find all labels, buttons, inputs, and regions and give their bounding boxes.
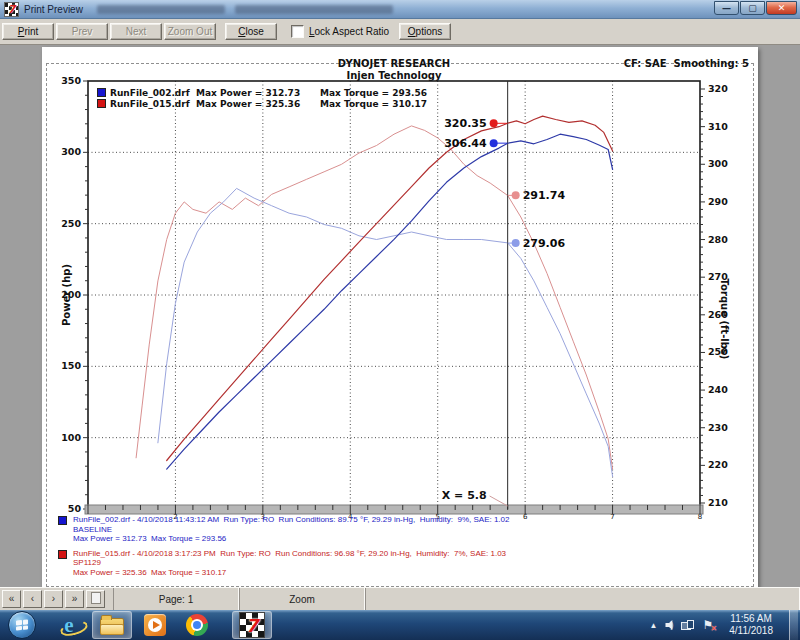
svg-text:7: 7 xyxy=(610,513,614,521)
clock-date: 4/11/2018 xyxy=(729,625,773,637)
window-title: Print Preview xyxy=(24,4,83,15)
taskbar-item-internet-explorer[interactable]: e xyxy=(50,612,88,638)
svg-text:250: 250 xyxy=(61,218,81,229)
legend-color-swatch xyxy=(97,88,106,97)
svg-text:320: 320 xyxy=(708,83,728,94)
folder-icon xyxy=(100,618,124,635)
internet-explorer-icon: e xyxy=(64,614,73,636)
zoom-out-button[interactable]: Zoom Out xyxy=(164,23,216,40)
annotation-color-swatch xyxy=(58,550,67,559)
network-icon[interactable] xyxy=(681,620,694,630)
taskbar: e 7 ▲ ) ⚑✕ 11:56 AM 4/11/2018 xyxy=(0,610,800,640)
annotation-line2: BASELINE xyxy=(73,525,509,535)
legend-color-swatch xyxy=(97,99,106,108)
svg-text:290: 290 xyxy=(708,196,728,207)
annotation-line3: Max Power = 312.73 Max Torque = 293.56 xyxy=(73,534,509,544)
svg-text:350: 350 xyxy=(61,75,81,86)
svg-text:230: 230 xyxy=(708,422,728,433)
titlebar: 7 Print Preview — ▢ ✕ xyxy=(0,0,800,19)
legend-max-power: Max Power = 325.36 xyxy=(196,99,320,109)
nav-next-button[interactable]: › xyxy=(44,590,63,608)
svg-text:279.06: 279.06 xyxy=(523,237,566,250)
taskbar-item-media-player[interactable] xyxy=(136,612,174,638)
svg-text:240: 240 xyxy=(708,384,728,395)
preview-page: DYNOJET RESEARCH Injen Technology CF: SA… xyxy=(42,47,758,587)
page-setup-button[interactable] xyxy=(86,590,105,608)
legend-file: RunFile_015.drf xyxy=(110,99,196,109)
annotation-row: RunFile_015.drf - 4/10/2018 3:17:23 PM R… xyxy=(58,549,509,578)
action-center-icon[interactable]: ⚑✕ xyxy=(702,619,713,631)
svg-text:280: 280 xyxy=(708,234,728,245)
windows-flag-icon xyxy=(16,619,28,630)
volume-icon[interactable]: ) xyxy=(665,620,673,631)
statusbar-page: Page: 1 xyxy=(113,588,239,610)
svg-text:320.35: 320.35 xyxy=(444,117,486,130)
clock-time: 11:56 AM xyxy=(729,613,773,625)
prev-button[interactable]: Prev xyxy=(56,23,108,40)
legend-max-power: Max Power = 312.73 xyxy=(196,88,320,98)
run-annotations: RunFile_002.drf - 4/10/2018 11:43:12 AM … xyxy=(58,515,509,582)
svg-text:50: 50 xyxy=(68,503,82,514)
statusbar-filler xyxy=(365,588,800,610)
svg-text:306.44: 306.44 xyxy=(444,137,487,150)
svg-text:6: 6 xyxy=(523,513,528,521)
lock-aspect-ratio-checkbox[interactable]: Lock Aspect Ratio xyxy=(291,25,389,38)
screen: 7 Print Preview — ▢ ✕ Print Prev Next Zo… xyxy=(0,0,800,640)
options-button[interactable]: Options xyxy=(399,23,451,40)
svg-text:310: 310 xyxy=(708,121,728,132)
maximize-button[interactable]: ▢ xyxy=(740,1,765,15)
nav-prev-button[interactable]: ‹ xyxy=(23,590,42,608)
statusbar: « ‹ › » Page: 1 Zoom xyxy=(0,587,800,610)
winpep7-icon: 7 xyxy=(239,612,265,638)
power-axis-title: Power (hp) xyxy=(61,264,72,326)
annotation-line2: SP1129 xyxy=(73,558,506,568)
taskbar-item-windows-explorer[interactable] xyxy=(92,611,132,639)
taskbar-item-chrome[interactable] xyxy=(178,612,216,638)
legend-max-torque: Max Torque = 293.56 xyxy=(320,88,427,98)
legend-row: RunFile_002.drf Max Power = 312.73 Max T… xyxy=(97,87,427,98)
annotation-line1: RunFile_015.drf - 4/10/2018 3:17:23 PM R… xyxy=(73,549,506,559)
svg-text:300: 300 xyxy=(708,158,728,169)
chart-legend: RunFile_002.drf Max Power = 312.73 Max T… xyxy=(97,87,427,109)
show-desktop-button[interactable] xyxy=(789,610,798,640)
hidden-icons-button[interactable]: ▲ xyxy=(650,621,658,630)
nav-last-button[interactable]: » xyxy=(65,590,84,608)
toolbar: Print Prev Next Zoom Out Close Lock Aspe… xyxy=(0,19,800,45)
legend-file: RunFile_002.drf xyxy=(110,88,196,98)
app-icon: 7 xyxy=(4,2,19,17)
svg-text:210: 210 xyxy=(708,497,728,508)
svg-text:150: 150 xyxy=(61,360,81,371)
legend-max-torque: Max Torque = 310.17 xyxy=(320,99,427,109)
annotation-color-swatch xyxy=(58,516,67,525)
checkbox-box[interactable] xyxy=(291,25,304,38)
close-preview-button[interactable]: Close xyxy=(225,23,277,40)
start-button[interactable] xyxy=(8,611,36,639)
nav-first-button[interactable]: « xyxy=(2,590,21,608)
preview-area: DYNOJET RESEARCH Injen Technology CF: SA… xyxy=(0,45,800,587)
svg-text:100: 100 xyxy=(61,432,81,443)
svg-text:300: 300 xyxy=(61,146,81,157)
blurred-document-title xyxy=(97,5,225,14)
action-center-alert: ✕ xyxy=(711,624,718,633)
annotation-line3: Max Power = 325.36 Max Torque = 310.17 xyxy=(73,568,506,578)
legend-row: RunFile_015.drf Max Power = 325.36 Max T… xyxy=(97,98,427,109)
media-player-icon xyxy=(144,614,166,636)
print-preview-window: 7 Print Preview — ▢ ✕ Print Prev Next Zo… xyxy=(0,0,800,610)
statusbar-zoom: Zoom xyxy=(239,588,365,610)
page-icon xyxy=(91,592,101,604)
next-button[interactable]: Next xyxy=(110,23,162,40)
svg-text:291.74: 291.74 xyxy=(523,189,566,202)
close-button[interactable]: ✕ xyxy=(766,1,797,15)
minimize-button[interactable]: — xyxy=(714,1,739,15)
lock-aspect-ratio-label: Lock Aspect Ratio xyxy=(309,26,389,37)
annotation-line1: RunFile_002.drf - 4/10/2018 11:43:12 AM … xyxy=(73,515,509,525)
chrome-icon xyxy=(186,614,208,636)
taskbar-item-winpep7[interactable]: 7 xyxy=(232,611,272,639)
torque-axis-title: Torque (ft-lbs) xyxy=(719,279,730,360)
window-controls: — ▢ ✕ xyxy=(714,1,797,15)
clock[interactable]: 11:56 AM 4/11/2018 xyxy=(721,613,781,637)
svg-text:8: 8 xyxy=(698,513,702,521)
print-button[interactable]: Print xyxy=(2,23,54,40)
svg-text:X = 5.8: X = 5.8 xyxy=(442,489,487,502)
blurred-document-title xyxy=(235,5,393,14)
